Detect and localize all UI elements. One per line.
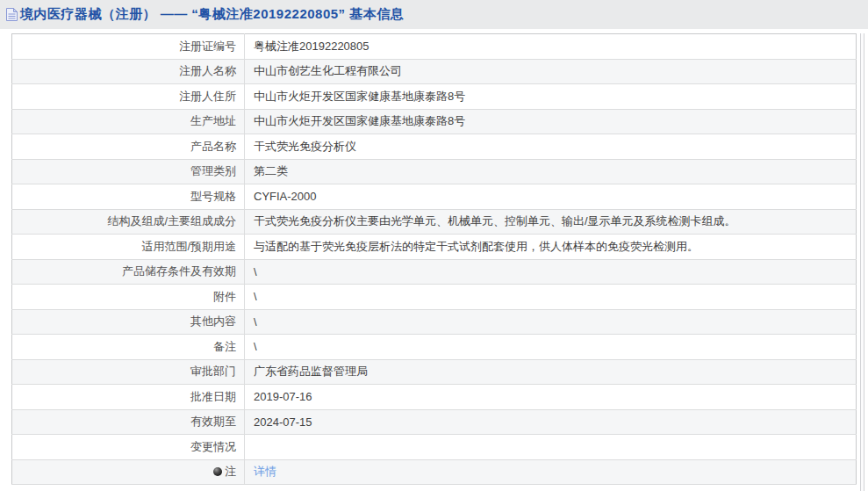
table-row: 附件 \ (12, 285, 857, 310)
row-label: 产品名称 (190, 140, 236, 153)
row-value: \ (254, 315, 257, 329)
row-label: 适用范围/预期用途 (141, 240, 236, 253)
row-value-cell: 第二类 (245, 159, 857, 184)
document-icon (5, 8, 18, 21)
page-title: 境内医疗器械（注册） —— “粤械注准20192220805” 基本信息 (20, 6, 404, 23)
table-row: 注 详情 (12, 459, 857, 485)
row-value-cell: \ (245, 259, 857, 285)
row-label: 注册人住所 (179, 90, 236, 103)
row-label-cell: 产品名称 (12, 134, 245, 160)
row-value-cell: 2024-07-15 (245, 409, 857, 435)
row-label: 生产地址 (190, 114, 236, 127)
row-value: 中山市创艺生化工程有限公司 (254, 64, 402, 77)
row-value-cell: \ (245, 285, 857, 310)
dot-icon (213, 467, 222, 476)
row-label: 管理类别 (190, 164, 236, 177)
table-row: 变更情况 (12, 435, 857, 460)
row-label: 型号规格 (190, 190, 236, 203)
row-value-cell (245, 435, 857, 460)
table-row: 管理类别 第二类 (12, 159, 857, 184)
row-value-cell: 中山市创艺生化工程有限公司 (245, 59, 857, 84)
row-value: 与适配的基于荧光免疫层析法的特定干式试剂配套使用，供人体样本的免疫荧光检测用。 (254, 240, 699, 253)
row-label: 注册人名称 (179, 64, 236, 77)
row-label-cell: 结构及组成/主要组成成分 (12, 209, 245, 235)
table-row: 注册人名称 中山市创艺生化工程有限公司 (12, 59, 857, 84)
row-label: 审批部门 (190, 365, 236, 378)
row-label-cell: 批准日期 (12, 385, 245, 410)
row-value-cell: 详情 (245, 459, 857, 485)
row-label-cell: 备注 (12, 335, 245, 360)
row-label: 注 (225, 465, 236, 478)
registration-info-table-wrap: 注册证编号 粤械注准20192220805 注册人名称 中山市创艺生化工程有限公… (11, 33, 857, 485)
table-row: 审批部门 广东省药品监督管理局 (12, 359, 857, 385)
table-row: 批准日期 2019-07-16 (12, 385, 857, 410)
row-label-cell: 适用范围/预期用途 (12, 235, 245, 260)
table-row: 备注 \ (12, 335, 857, 360)
row-value-cell: 干式荧光免疫分析仪 (245, 134, 857, 160)
row-label: 附件 (213, 290, 236, 303)
row-label: 注册证编号 (179, 40, 236, 53)
row-value-cell: CYFIA-2000 (245, 184, 857, 210)
row-value-cell: \ (245, 335, 857, 360)
row-label-cell: 管理类别 (12, 159, 245, 184)
row-value: 粤械注准20192220805 (254, 40, 369, 53)
row-label: 批准日期 (190, 390, 236, 403)
registration-info-table: 注册证编号 粤械注准20192220805 注册人名称 中山市创艺生化工程有限公… (11, 33, 857, 485)
table-row: 注册人住所 中山市火炬开发区国家健康基地康泰路8号 (12, 84, 857, 110)
row-value-cell: 干式荧光免疫分析仪主要由光学单元、机械单元、控制单元、输出/显示单元及系统检测卡… (245, 209, 857, 235)
table-row: 型号规格 CYFIA-2000 (12, 184, 857, 210)
row-label-cell: 其他内容 (12, 309, 245, 335)
row-label-cell: 有效期至 (12, 409, 245, 435)
row-value-cell: 中山市火炬开发区国家健康基地康泰路8号 (245, 84, 857, 110)
row-label-cell: 变更情况 (12, 435, 245, 460)
row-value-cell: \ (245, 309, 857, 335)
table-row: 适用范围/预期用途 与适配的基于荧光免疫层析法的特定干式试剂配套使用，供人体样本… (12, 235, 857, 260)
table-row: 产品名称 干式荧光免疫分析仪 (12, 134, 857, 160)
details-link[interactable]: 详情 (254, 465, 276, 478)
scrollbar-track[interactable] (860, 33, 864, 491)
row-label-cell: 注 (12, 459, 245, 485)
row-value: 2019-07-16 (254, 390, 312, 403)
row-label-cell: 产品储存条件及有效期 (12, 259, 245, 285)
row-label: 产品储存条件及有效期 (122, 264, 236, 278)
row-value: \ (254, 290, 257, 303)
table-row: 有效期至 2024-07-15 (12, 409, 857, 435)
table-row: 产品储存条件及有效期 \ (12, 259, 857, 285)
row-value: 广东省药品监督管理局 (254, 365, 368, 378)
row-value: CYFIA-2000 (254, 190, 317, 203)
row-value-cell: 广东省药品监督管理局 (245, 359, 857, 385)
row-label-cell: 型号规格 (12, 184, 245, 210)
row-value-cell: 2019-07-16 (245, 385, 857, 410)
row-label: 备注 (213, 340, 236, 353)
row-label: 有效期至 (190, 415, 236, 428)
table-row: 注册证编号 粤械注准20192220805 (12, 34, 857, 60)
row-label-cell: 生产地址 (12, 109, 245, 134)
row-value-cell: 与适配的基于荧光免疫层析法的特定干式试剂配套使用，供人体样本的免疫荧光检测用。 (245, 235, 857, 260)
row-label-cell: 附件 (12, 285, 245, 310)
table-row: 结构及组成/主要组成成分 干式荧光免疫分析仪主要由光学单元、机械单元、控制单元、… (12, 209, 857, 235)
info-table-body: 注册证编号 粤械注准20192220805 注册人名称 中山市创艺生化工程有限公… (12, 34, 857, 485)
row-label-cell: 注册证编号 (12, 34, 245, 60)
row-value: 第二类 (254, 164, 288, 177)
row-label-cell: 注册人名称 (12, 59, 245, 84)
row-label: 变更情况 (190, 440, 236, 453)
page-header: 境内医疗器械（注册） —— “粤械注准20192220805” 基本信息 (0, 0, 868, 29)
row-value: \ (254, 340, 257, 353)
row-label: 其他内容 (190, 314, 236, 328)
row-label-cell: 审批部门 (12, 359, 245, 385)
row-value: 中山市火炬开发区国家健康基地康泰路8号 (254, 90, 465, 103)
row-value: \ (254, 265, 257, 278)
row-value: 干式荧光免疫分析仪 (254, 140, 356, 153)
table-row: 生产地址 中山市火炬开发区国家健康基地康泰路8号 (12, 109, 857, 134)
row-value: 2024-07-15 (254, 415, 312, 429)
row-value-cell: 中山市火炬开发区国家健康基地康泰路8号 (245, 109, 857, 134)
row-value-cell: 粤械注准20192220805 (245, 34, 857, 60)
row-value: 干式荧光免疫分析仪主要由光学单元、机械单元、控制单元、输出/显示单元及系统检测卡… (254, 214, 736, 227)
row-label: 结构及组成/主要组成成分 (107, 214, 236, 227)
table-row: 其他内容 \ (12, 309, 857, 335)
row-label-cell: 注册人住所 (12, 84, 245, 110)
row-value: 中山市火炬开发区国家健康基地康泰路8号 (254, 114, 465, 127)
